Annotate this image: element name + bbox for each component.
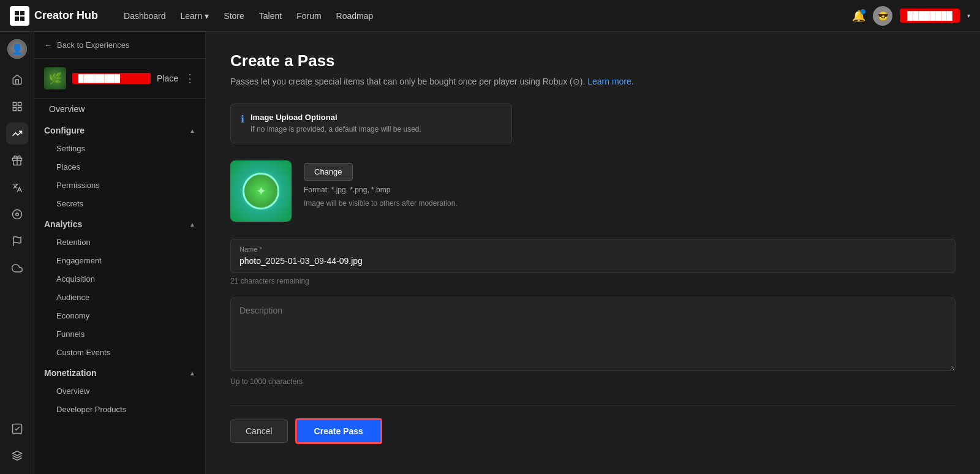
sidebar-overview[interactable]: Overview [39,99,200,119]
icon-bar-bottom [6,418,28,467]
nav-right: 🔔 😎 ████████ ▾ [852,6,970,26]
svg-point-11 [15,213,18,216]
pass-image-inner: ✦ [230,160,292,222]
description-field-group: Up to 1000 characters [230,298,956,386]
sidebar-analytics-items: Retention Engagement Acquisition Audienc… [34,233,205,362]
sidebar-secrets[interactable]: Secrets [39,195,200,213]
icon-bar-gift[interactable] [6,149,28,171]
left-sidebar: ← Back to Experiences 🌿 ████████ Place ⋮… [34,32,206,474]
main-content: Create a Pass Passes let you create spec… [206,32,980,474]
name-input[interactable] [239,256,946,266]
sidebar-retention[interactable]: Retention [39,233,200,251]
icon-bar-home[interactable] [6,69,28,91]
place-name-badge: ████████ [72,73,151,84]
nav-store[interactable]: Store [217,7,250,24]
back-arrow-icon: ← [44,40,52,50]
place-thumbnail: 🌿 [44,67,66,89]
svg-rect-7 [18,108,21,111]
nav-roadmap[interactable]: Roadmap [330,7,380,24]
image-format-text: Format: *.jpg, *.png, *.bmp [304,186,458,194]
sidebar-funnels[interactable]: Funnels [39,325,200,343]
info-banner-text: Image Upload Optional If no image is pro… [251,113,421,134]
change-image-button[interactable]: Change [304,163,353,181]
info-icon: ℹ [241,113,244,125]
svg-rect-6 [13,108,16,111]
icon-bar-translate[interactable] [6,176,28,198]
sidebar-acquisition[interactable]: Acquisition [39,270,200,288]
place-header: 🌿 ████████ Place ⋮ [34,59,205,99]
sidebar-monetization-items: Overview Developer Products [34,382,205,419]
sidebar-economy[interactable]: Economy [39,307,200,325]
icon-bar-badge[interactable] [6,418,28,440]
sidebar-audience[interactable]: Audience [39,288,200,306]
user-menu-chevron[interactable]: ▾ [967,12,970,19]
svg-rect-0 [15,11,19,15]
icon-bar-avatar[interactable]: 👤 [7,39,27,59]
info-banner-description: If no image is provided, a default image… [251,125,421,134]
notification-dot [861,9,865,14]
learn-more-link[interactable]: Learn more. [587,77,633,86]
info-banner: ℹ Image Upload Optional If no image is p… [230,103,512,143]
logo-text: Creator Hub [34,9,98,22]
body-area: 👤 [0,32,980,474]
place-label: Place [157,73,178,83]
logo[interactable]: Creator Hub [10,6,98,26]
sidebar-configure-header[interactable]: Configure ▲ [34,119,205,139]
sidebar-settings[interactable]: Settings [39,140,200,157]
nav-forum[interactable]: Forum [290,7,327,24]
nav-learn[interactable]: Learn ▾ [175,7,216,24]
image-upload-row: ✦ Change Format: *.jpg, *.png, *.bmp Ima… [230,160,956,222]
svg-marker-14 [12,451,21,456]
nav-talent[interactable]: Talent [253,7,288,24]
sidebar-monetization-overview[interactable]: Overview [39,382,200,400]
pass-image-circle: ✦ [243,173,279,209]
place-menu-icon[interactable]: ⋮ [184,72,195,85]
icon-bar-layers[interactable] [6,445,28,467]
page-title: Create a Pass [230,51,956,70]
user-avatar[interactable]: 😎 [873,6,892,26]
analytics-collapse-icon: ▲ [189,221,195,228]
description-hint: Up to 1000 characters [230,377,956,386]
sidebar-permissions[interactable]: Permissions [39,176,200,194]
button-row: Cancel Create Pass [230,405,956,444]
image-upload-info: Change Format: *.jpg, *.png, *.bmp Image… [304,160,458,208]
create-pass-button[interactable]: Create Pass [295,418,382,444]
cancel-button[interactable]: Cancel [230,419,288,443]
icon-bar-flag[interactable] [6,230,28,252]
back-to-experiences[interactable]: ← Back to Experiences [34,32,205,59]
name-field-hint: 21 characters remaining [230,277,956,285]
name-field-group: Name * 21 characters remaining [230,239,956,285]
monetization-collapse-icon: ▲ [189,370,195,377]
svg-rect-3 [20,17,24,21]
sidebar-engagement[interactable]: Engagement [39,252,200,269]
page-subtitle: Passes let you create special items that… [230,77,956,86]
svg-rect-5 [18,102,21,105]
top-nav: Creator Hub Dashboard Learn ▾ Store Tale… [0,0,980,32]
sidebar-places[interactable]: Places [39,158,200,176]
name-field-label: Name * [239,246,946,253]
configure-collapse-icon: ▲ [189,127,195,134]
svg-point-10 [12,210,21,219]
sidebar-configure-items: Settings Places Permissions Secrets [34,139,205,213]
icon-bar-dot[interactable] [6,203,28,225]
username-badge[interactable]: ████████ [900,9,960,23]
notification-icon[interactable]: 🔔 [852,9,865,23]
description-textarea[interactable] [230,298,956,371]
sidebar-monetization-header[interactable]: Monetization ▲ [34,362,205,382]
sidebar-analytics-header[interactable]: Analytics ▲ [34,213,205,233]
icon-bar: 👤 [0,32,34,474]
nav-dashboard[interactable]: Dashboard [118,7,172,24]
svg-rect-4 [13,102,16,105]
icon-bar-cloud[interactable] [6,257,28,279]
sidebar-custom-events[interactable]: Custom Events [39,344,200,361]
svg-rect-2 [15,17,19,21]
info-banner-title: Image Upload Optional [251,113,421,122]
svg-rect-1 [20,11,24,15]
sidebar-developer-products[interactable]: Developer Products [39,401,200,418]
learn-dropdown-icon: ▾ [205,11,209,21]
name-field-wrapper[interactable]: Name * [230,239,956,273]
icon-bar-chart[interactable] [6,122,28,145]
image-moderation-text: Image will be visible to others after mo… [304,199,458,208]
image-preview: ✦ [230,160,292,222]
icon-bar-grid[interactable] [6,96,28,118]
